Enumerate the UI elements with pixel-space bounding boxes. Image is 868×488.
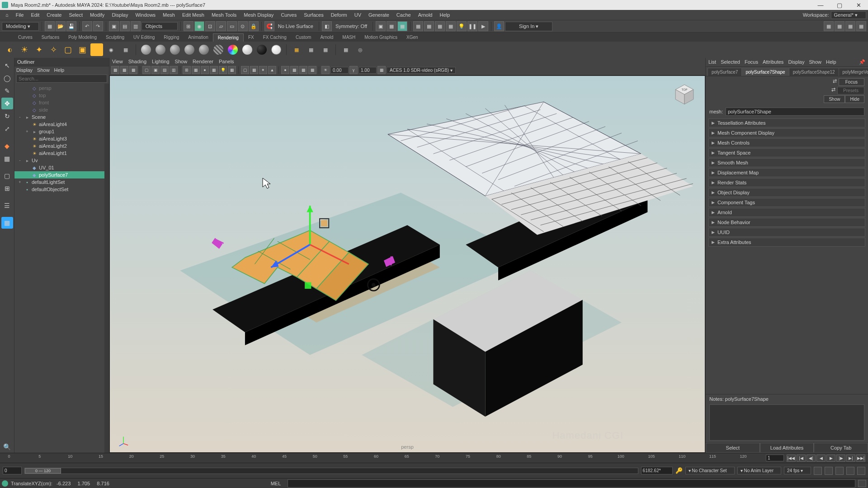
baking-icon[interactable]: ▦ <box>319 43 332 56</box>
menu-uv[interactable]: UV <box>351 12 365 18</box>
attr-section-mesh-controls[interactable]: ▶Mesh Controls <box>708 138 865 147</box>
selection-mode-dropdown[interactable]: Objects <box>142 22 178 30</box>
maximize-button[interactable]: ▢ <box>832 0 847 9</box>
snap-curve-icon[interactable]: ◉ <box>194 21 204 31</box>
vp-textured-icon[interactable]: ▦ <box>210 66 218 74</box>
vp-menu-view[interactable]: View <box>112 59 123 64</box>
texture-icon[interactable]: ▦ <box>290 43 303 56</box>
outliner-item-defaultlightset[interactable]: +▪defaultLightSet <box>14 178 109 186</box>
attr-section-uuid[interactable]: ▶UUID <box>708 228 865 237</box>
step-back-icon[interactable]: ◀| <box>807 455 816 462</box>
play-forward-icon[interactable]: ▶ <box>826 455 835 462</box>
menu-select[interactable]: Select <box>65 12 86 18</box>
directional-light-icon[interactable]: ☀ <box>18 43 31 56</box>
outliner-item-front[interactable]: ◇front <box>14 99 109 106</box>
outliner-item-defaultobjectset[interactable]: ▪defaultObjectSet <box>14 186 109 193</box>
snap-grid-icon[interactable]: ⊞ <box>184 21 193 31</box>
current-frame-field[interactable] <box>766 455 784 461</box>
attr-menu-help[interactable]: Help <box>826 59 836 65</box>
attr-section-mesh-component-display[interactable]: ▶Mesh Component Display <box>708 128 865 137</box>
menu-edit-mesh[interactable]: Edit Mesh <box>179 12 208 18</box>
outliner-item-uv[interactable]: -▸Uv <box>14 157 109 164</box>
menu-deform[interactable]: Deform <box>327 12 351 18</box>
command-input[interactable] <box>288 479 855 488</box>
shelf-tab-mash[interactable]: MASH <box>338 33 360 42</box>
magnet-icon[interactable]: 🧲 <box>264 21 274 31</box>
sphere-gray3-icon[interactable] <box>169 43 181 56</box>
shelf-tab-motion-graphics[interactable]: Motion Graphics <box>360 33 402 42</box>
attr-tab-polymergeve[interactable]: polyMergeVe <box>839 68 868 76</box>
paint-select-tool-icon[interactable]: ✎ <box>1 85 13 97</box>
shelf-tab-rigging[interactable]: Rigging <box>159 33 184 42</box>
last-tool-icon[interactable]: ◆ <box>1 140 13 152</box>
sphere-gray5-icon[interactable] <box>198 43 210 56</box>
attr-section-component-tags[interactable]: ▶Component Tags <box>708 198 865 207</box>
live-surface-label[interactable]: No Live Surface <box>275 23 316 29</box>
outliner-item-group1[interactable]: +▸group1 <box>14 128 109 135</box>
snap-point-icon[interactable]: ⊡ <box>205 21 215 31</box>
view-single-icon[interactable]: ▢ <box>1 170 13 182</box>
close-button[interactable]: ✕ <box>851 0 866 9</box>
x-ray-icon[interactable]: ▦ <box>824 21 834 31</box>
vp-image-plane-icon[interactable]: ▦ <box>129 66 137 74</box>
attr-menu-show[interactable]: Show <box>809 59 821 65</box>
sphere-white-icon[interactable] <box>241 43 254 56</box>
attr-section-object-display[interactable]: ▶Object Display <box>708 188 865 197</box>
mel-label[interactable]: MEL <box>267 481 285 486</box>
material-icon[interactable]: ▦ <box>305 43 317 56</box>
step-back-key-icon[interactable]: |◀ <box>797 455 806 462</box>
sign-in-button[interactable]: Sign In ▾ <box>505 22 552 31</box>
isolate-icon[interactable]: ▦ <box>835 21 844 31</box>
batch-render-icon[interactable]: ▦ <box>340 43 352 56</box>
select-tool-icon[interactable]: ▣ <box>109 21 119 31</box>
vp-joints-icon[interactable]: ✦ <box>259 66 267 74</box>
cache-icon[interactable] <box>857 467 865 475</box>
attr-section-tangent-space[interactable]: ▶Tangent Space <box>708 148 865 157</box>
snap-view-icon[interactable]: ▭ <box>227 21 237 31</box>
light-link-icon[interactable]: ◉ <box>105 43 118 56</box>
attr-tab-polysurfaceshape12[interactable]: polySurfaceShape12 <box>789 68 839 76</box>
attr-show-button[interactable]: Show <box>824 95 845 103</box>
render-target-icon[interactable]: ◎ <box>354 43 367 56</box>
outliner-item-aiarealight3[interactable]: ☀aiAreaLight3 <box>14 135 109 142</box>
select-hierarchy-icon[interactable]: ▤ <box>120 21 130 31</box>
render-icon[interactable]: ▦ <box>119 43 132 56</box>
vp-isolate-icon[interactable]: ▢ <box>241 66 249 74</box>
outliner-tree[interactable]: ◇persp◇top◇front◇side-▸Scene☀aiAreaLight… <box>14 84 109 453</box>
sync-icon[interactable] <box>846 467 854 475</box>
vp-shadows-icon[interactable]: ▦ <box>228 66 236 74</box>
menu-display[interactable]: Display <box>108 12 132 18</box>
sphere-striped-icon[interactable] <box>212 43 225 56</box>
shelf-tab-custom[interactable]: Custom <box>291 33 316 42</box>
outliner-item-top[interactable]: ◇top <box>14 92 109 99</box>
attr-section-arnold[interactable]: ▶Arnold <box>708 208 865 217</box>
construction-history-icon[interactable]: ▣ <box>376 21 386 31</box>
view-cube[interactable]: TOP <box>672 82 697 107</box>
shelf-tab-fx[interactable]: FX <box>244 33 259 42</box>
vp-film-gate-icon[interactable]: ▣ <box>151 66 160 74</box>
minimize-button[interactable]: — <box>813 0 828 9</box>
menu-windows[interactable]: Windows <box>132 12 159 18</box>
attr-hide-button[interactable]: Hide <box>845 95 864 103</box>
light-editor-icon[interactable]: 💡 <box>457 21 467 31</box>
attr-tab-polysurface7[interactable]: polySurface7 <box>708 68 742 76</box>
attr-section-render-stats[interactable]: ▶Render Stats <box>708 178 865 187</box>
symmetry-label[interactable]: Symmetry: Off <box>333 23 370 29</box>
autokey-icon[interactable]: 🔑 <box>675 467 683 474</box>
attr-mesh-field[interactable] <box>726 108 864 116</box>
open-scene-icon[interactable]: 📂 <box>56 21 66 31</box>
menu-generate[interactable]: Generate <box>365 12 393 18</box>
outliner-search-input[interactable] <box>16 75 107 83</box>
attr-copytab-button[interactable]: Copy Tab <box>814 443 868 453</box>
attr-in-out-icon[interactable]: ⇄ <box>833 78 837 86</box>
menu-mesh-tools[interactable]: Mesh Tools <box>208 12 240 18</box>
step-forward-key-icon[interactable]: ▶| <box>846 455 855 462</box>
step-forward-icon[interactable]: |▶ <box>836 455 845 462</box>
outliner-scrollbar[interactable] <box>104 84 109 453</box>
outliner-item-aiarealight2[interactable]: ☀aiAreaLight2 <box>14 142 109 150</box>
shelf-tab-arnold[interactable]: Arnold <box>316 33 338 42</box>
lock-icon[interactable]: 🔒 <box>249 21 259 31</box>
goto-start-icon[interactable]: |◀◀ <box>787 455 796 462</box>
shelf-toggle-icon[interactable]: ◐ <box>4 43 16 56</box>
sphere-color-icon[interactable] <box>226 43 239 56</box>
